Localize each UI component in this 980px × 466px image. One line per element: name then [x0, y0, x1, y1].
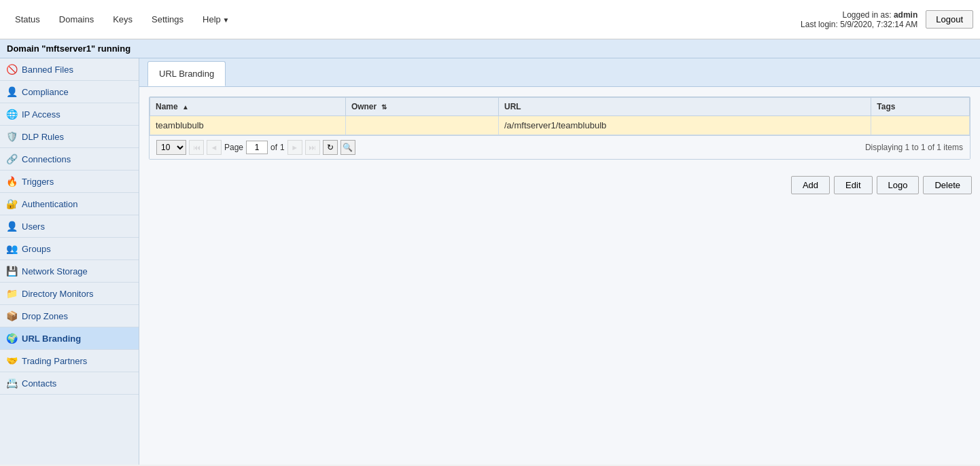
network-storage-icon: 💾 — [5, 265, 18, 277]
sidebar-label-drop-zones: Drop Zones — [22, 311, 68, 321]
dlp-rules-icon: 🛡️ — [5, 130, 18, 143]
top-nav: Status Domains Keys Settings Help Logged… — [0, 0, 980, 39]
last-login-value: 5/9/2020, 7:32:14 AM — [840, 20, 917, 29]
nav-left: Status Domains Keys Settings Help — [7, 9, 237, 30]
sidebar-label-ip-access: IP Access — [22, 109, 60, 120]
pagination-bar: 10 25 50 100 ⏮ ◄ Page of 1 ► ⏭ ↻ 🔍 — [150, 135, 970, 159]
sidebar-label-url-branding: URL Branding — [22, 334, 81, 344]
sidebar-item-ip-access[interactable]: 🌐 IP Access — [0, 103, 139, 126]
tab-url-branding[interactable]: URL Branding — [147, 61, 226, 86]
sidebar-label-dlp-rules: DLP Rules — [22, 132, 64, 142]
ip-access-icon: 🌐 — [5, 108, 18, 120]
sidebar-item-users[interactable]: 👤 Users — [0, 215, 139, 238]
nav-right: Logged in as: admin Last login: 5/9/2020… — [801, 10, 973, 29]
nav-help[interactable]: Help — [194, 9, 237, 30]
cell-tags — [871, 116, 970, 135]
prev-page-button[interactable]: ◄ — [207, 140, 222, 155]
logo-button[interactable]: Logo — [877, 176, 920, 194]
delete-button[interactable]: Delete — [923, 176, 972, 194]
displaying-label: Displaying 1 to 1 of 1 items — [865, 143, 963, 152]
search-button[interactable]: 🔍 — [340, 140, 355, 155]
cell-owner — [345, 116, 498, 135]
col-header-owner[interactable]: Owner ⇅ — [345, 98, 498, 116]
logout-button[interactable]: Logout — [926, 10, 973, 29]
main-layout: 🚫 Banned Files 👤 Compliance 🌐 IP Access … — [0, 58, 980, 465]
col-header-name[interactable]: Name ▲ — [150, 98, 346, 116]
sidebar-label-network-storage: Network Storage — [22, 266, 88, 276]
sidebar-item-url-branding[interactable]: 🌍 URL Branding — [0, 327, 139, 350]
table-row[interactable]: teamblubulb /a/mftserver1/teamblubulb — [150, 116, 970, 135]
sidebar-item-contacts[interactable]: 📇 Contacts — [0, 372, 139, 395]
sidebar-item-authentication[interactable]: 🔐 Authentication — [0, 193, 139, 215]
next-page-button[interactable]: ► — [287, 140, 302, 155]
login-info: Logged in as: admin Last login: 5/9/2020… — [801, 10, 917, 29]
content-panel: Name ▲ Owner ⇅ URL Tags — [149, 96, 970, 160]
pagination-info: Displaying 1 to 1 of 1 items — [865, 143, 963, 152]
trading-partners-icon: 🤝 — [5, 355, 18, 367]
sidebar-item-dlp-rules[interactable]: 🛡️ DLP Rules — [0, 126, 139, 148]
page-size-select[interactable]: 10 25 50 100 — [156, 140, 186, 155]
total-pages: 1 — [280, 143, 285, 152]
sidebar-item-network-storage[interactable]: 💾 Network Storage — [0, 260, 139, 283]
add-button[interactable]: Add — [791, 176, 830, 194]
sidebar-label-directory-monitors: Directory Monitors — [22, 289, 93, 299]
cell-name: teamblubulb — [150, 116, 346, 135]
sidebar-item-trading-partners[interactable]: 🤝 Trading Partners — [0, 350, 139, 372]
url-branding-icon: 🌍 — [5, 332, 18, 344]
domain-bar-text: Domain "mftserver1" running — [7, 43, 130, 54]
nav-settings[interactable]: Settings — [143, 9, 192, 30]
page-label: Page — [224, 143, 243, 152]
content-area: URL Branding Name ▲ Owner ⇅ — [139, 58, 980, 465]
users-icon: 👤 — [5, 220, 18, 232]
first-page-button[interactable]: ⏮ — [189, 140, 204, 155]
col-header-url[interactable]: URL — [499, 98, 871, 116]
authentication-icon: 🔐 — [5, 198, 18, 210]
action-buttons: Add Edit Logo Delete — [139, 169, 980, 201]
pagination-left: 10 25 50 100 ⏮ ◄ Page of 1 ► ⏭ ↻ 🔍 — [156, 140, 355, 155]
sidebar-item-compliance[interactable]: 👤 Compliance — [0, 81, 139, 103]
col-header-tags[interactable]: Tags — [871, 98, 970, 116]
groups-icon: 👥 — [5, 243, 18, 255]
edit-button[interactable]: Edit — [834, 176, 872, 194]
logged-in-label: Logged in as: — [842, 10, 891, 20]
sidebar-label-connections: Connections — [22, 154, 71, 164]
page-input[interactable] — [246, 141, 268, 154]
nav-keys[interactable]: Keys — [105, 9, 141, 30]
sidebar-item-banned-files[interactable]: 🚫 Banned Files — [0, 58, 139, 81]
url-branding-table: Name ▲ Owner ⇅ URL Tags — [150, 97, 970, 135]
sidebar-item-connections[interactable]: 🔗 Connections — [0, 148, 139, 171]
last-login-label: Last login: — [801, 20, 838, 29]
drop-zones-icon: 📦 — [5, 310, 18, 322]
tab-header: URL Branding — [139, 58, 980, 87]
sidebar-label-groups: Groups — [22, 244, 51, 254]
compliance-icon: 👤 — [5, 86, 18, 98]
sidebar-label-triggers: Triggers — [22, 177, 54, 187]
sidebar-item-directory-monitors[interactable]: 📁 Directory Monitors — [0, 283, 139, 305]
banned-files-icon: 🚫 — [5, 63, 18, 75]
sidebar-label-trading-partners: Trading Partners — [22, 356, 87, 366]
sidebar-label-authentication: Authentication — [22, 199, 77, 209]
username: admin — [894, 10, 917, 20]
sidebar: 🚫 Banned Files 👤 Compliance 🌐 IP Access … — [0, 58, 139, 465]
nav-domains[interactable]: Domains — [51, 9, 102, 30]
name-sort-icon: ▲ — [182, 103, 189, 111]
cell-url: /a/mftserver1/teamblubulb — [499, 116, 871, 135]
sidebar-label-compliance: Compliance — [22, 87, 69, 97]
sidebar-label-contacts: Contacts — [22, 378, 56, 389]
sidebar-label-banned-files: Banned Files — [22, 65, 73, 75]
contacts-icon: 📇 — [5, 377, 18, 389]
directory-monitors-icon: 📁 — [5, 287, 18, 300]
owner-sort-icon: ⇅ — [381, 103, 387, 111]
sidebar-item-groups[interactable]: 👥 Groups — [0, 238, 139, 260]
last-page-button[interactable]: ⏭ — [305, 140, 320, 155]
connections-icon: 🔗 — [5, 153, 18, 165]
of-label: of — [270, 143, 277, 152]
domain-bar: Domain "mftserver1" running — [0, 39, 980, 58]
sidebar-item-drop-zones[interactable]: 📦 Drop Zones — [0, 305, 139, 327]
triggers-icon: 🔥 — [5, 175, 18, 187]
sidebar-label-users: Users — [22, 221, 45, 232]
sidebar-item-triggers[interactable]: 🔥 Triggers — [0, 171, 139, 193]
refresh-button[interactable]: ↻ — [323, 140, 338, 155]
nav-status[interactable]: Status — [7, 9, 48, 30]
